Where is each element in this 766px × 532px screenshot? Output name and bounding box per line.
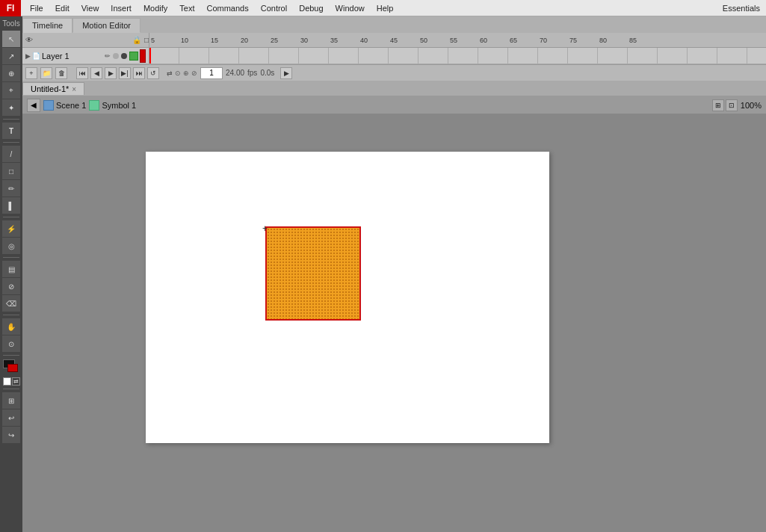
line-tool[interactable]: / — [2, 146, 20, 162]
fill-color-swatch[interactable] — [7, 364, 18, 372]
add-layer-button[interactable]: + — [25, 67, 37, 79]
swap-colors[interactable]: ⇄ — [12, 377, 20, 386]
next-frame-button[interactable]: ▶| — [119, 67, 131, 79]
menu-modify[interactable]: Modify — [138, 2, 173, 14]
bone-tool[interactable]: ⚡ — [2, 220, 20, 237]
menu-control[interactable]: Control — [255, 2, 293, 14]
scene-icon — [43, 100, 54, 111]
rectangle-object[interactable] — [265, 226, 361, 321]
loop-button[interactable]: ↺ — [147, 67, 159, 79]
layer-pencil-icon: ✏ — [105, 52, 111, 60]
outline-icon: □ — [144, 36, 149, 44]
hand-tool[interactable]: ✋ — [2, 318, 20, 335]
layer-controls: ✏ — [105, 52, 138, 61]
text-tool[interactable]: T — [2, 123, 20, 139]
menu-window[interactable]: Window — [330, 2, 371, 14]
prev-frame-button[interactable]: ◀ — [90, 67, 102, 79]
motion-icon: ⇄ — [167, 69, 173, 77]
visibility-icon: 👁 — [25, 36, 33, 44]
frame-grid — [149, 48, 766, 64]
menu-bar: Fl File Edit View Insert Modify Text Com… — [0, 0, 766, 16]
ruler-mark-25: 25 — [271, 37, 300, 44]
zoom-tool[interactable]: ⊙ — [2, 335, 20, 352]
straighten-tool[interactable]: ↪ — [2, 427, 20, 443]
paint-bucket-tool[interactable]: ▤ — [2, 261, 20, 277]
reset-colors[interactable] — [3, 377, 11, 386]
snap-tool[interactable]: ⊞ — [2, 392, 20, 409]
back-button[interactable]: ◀ — [27, 99, 40, 112]
breadcrumb-symbol[interactable]: Symbol 1 — [89, 100, 136, 111]
ruler-mark-75: 75 — [569, 37, 599, 44]
menu-view[interactable]: View — [75, 2, 105, 14]
tab-timeline[interactable]: Timeline — [22, 18, 72, 33]
stage-fit-icon[interactable]: ⊞ — [712, 99, 724, 111]
symbol-label: Symbol 1 — [102, 101, 136, 110]
free-transform-tool[interactable]: ⊕ — [2, 65, 20, 81]
eraser-tool[interactable]: ⌫ — [2, 295, 20, 312]
selection-tool[interactable]: ↖ — [2, 31, 20, 47]
play-button[interactable]: ▶ — [105, 67, 117, 79]
subselection-tool[interactable]: ↗ — [2, 48, 20, 64]
fps-value: 24.00 — [226, 69, 244, 77]
smooth-tool[interactable]: ↩ — [2, 409, 20, 426]
add-folder-button[interactable]: 📁 — [40, 67, 52, 79]
ruler-mark-45: 45 — [390, 37, 420, 44]
zoom-icons: ⊞ ⊡ — [712, 99, 738, 111]
layer-name: Layer 1 — [42, 52, 70, 61]
document-tab[interactable]: Untitled-1* × — [22, 82, 84, 95]
menu-edit[interactable]: Edit — [49, 2, 75, 14]
menu-insert[interactable]: Insert — [105, 2, 138, 14]
scene-label: Scene 1 — [56, 101, 86, 110]
time-value: 0.0s — [260, 69, 274, 77]
tool-divider-7 — [3, 389, 19, 389]
tool-divider-4 — [3, 257, 19, 258]
timeline-scroll-right[interactable]: ▶ — [280, 67, 292, 79]
ruler-mark-30: 30 — [300, 37, 330, 44]
lock-icon: 🔒 — [132, 36, 141, 44]
layer-lock-dot[interactable] — [121, 53, 127, 59]
layer-row[interactable]: ▶ 📄 Layer 1 ✏ — [22, 48, 149, 64]
timeline-header: 👁 🔒 □ 5 10 15 20 25 30 35 40 45 — [22, 33, 766, 48]
rect-tool[interactable]: □ — [2, 163, 20, 179]
first-frame-button[interactable]: ⏮ — [76, 67, 88, 79]
magic-wand-tool[interactable]: ✦ — [2, 99, 20, 116]
last-frame-button[interactable]: ⏭ — [133, 67, 145, 79]
doc-tab-bar: Untitled-1* × — [22, 81, 766, 96]
timeline-frames[interactable] — [149, 48, 766, 64]
ruler-mark-70: 70 — [540, 37, 569, 44]
breadcrumb-scene[interactable]: Scene 1 — [43, 100, 86, 111]
fps-label: fps — [247, 69, 257, 77]
edit-onion-icon: ⊘ — [191, 69, 197, 77]
canvas-area[interactable]: + — [22, 114, 766, 532]
tab-motion-editor[interactable]: Motion Editor — [72, 18, 140, 33]
playback-controls: ⏮ ◀ ▶ ▶| ⏭ ↺ — [76, 67, 159, 79]
layer-expand-icon: ▶ — [25, 52, 31, 60]
zoom-fit-icon[interactable]: ⊡ — [726, 99, 738, 111]
main-layout: Tools ↖ ↗ ⊕ ⌖ ✦ T / □ ✏ ▌ ⚡ ◎ ▤ ⊘ ⌫ ✋ ⊙ … — [0, 16, 766, 532]
menu-help[interactable]: Help — [371, 2, 400, 14]
ruler-mark-60: 60 — [480, 37, 510, 44]
stage[interactable]: + — [146, 152, 549, 443]
menu-text[interactable]: Text — [173, 2, 200, 14]
layer-page-icon: 📄 — [32, 52, 40, 60]
symbol-icon — [89, 100, 99, 111]
doc-tab-close-button[interactable]: × — [72, 85, 76, 93]
pencil-tool[interactable]: ✏ — [2, 180, 20, 197]
layer-visibility-dot[interactable] — [113, 53, 119, 59]
timeline-layers: ▶ 📄 Layer 1 ✏ — [22, 48, 766, 64]
menu-commands[interactable]: Commands — [200, 2, 254, 14]
menu-debug[interactable]: Debug — [293, 2, 329, 14]
frame-number-input[interactable] — [200, 67, 223, 79]
ruler-mark-85: 85 — [629, 37, 659, 44]
delete-layer-button[interactable]: 🗑 — [55, 67, 67, 79]
brush-tool[interactable]: ▌ — [2, 197, 20, 214]
shape-tool[interactable]: ◎ — [2, 238, 20, 254]
layer-color-square[interactable] — [129, 52, 138, 61]
menu-file[interactable]: File — [24, 2, 49, 14]
zoom-control: ⊞ ⊡ 100% — [712, 99, 762, 111]
onion-icon: ⊙ — [175, 69, 181, 77]
eyedropper-tool[interactable]: ⊘ — [2, 278, 20, 294]
lasso-tool[interactable]: ⌖ — [2, 82, 20, 99]
tools-panel: Tools ↖ ↗ ⊕ ⌖ ✦ T / □ ✏ ▌ ⚡ ◎ ▤ ⊘ ⌫ ✋ ⊙ … — [0, 16, 22, 532]
tools-label: Tools — [2, 19, 19, 28]
